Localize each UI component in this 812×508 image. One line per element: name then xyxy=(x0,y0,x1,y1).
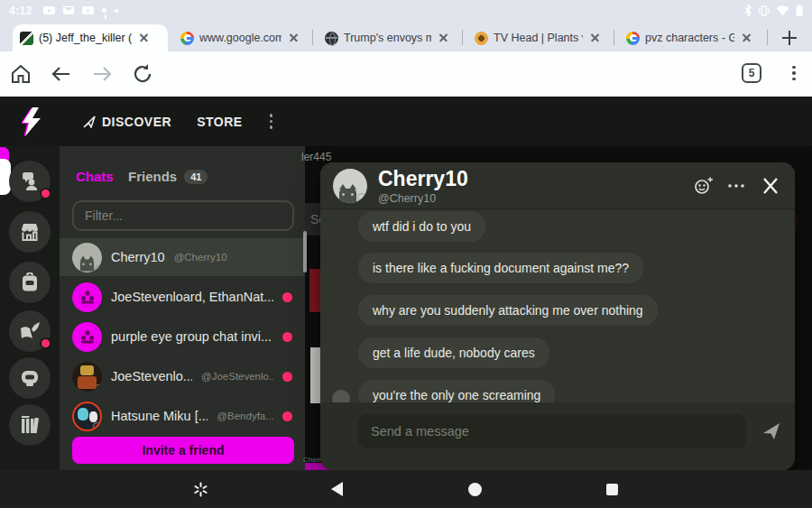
tab-separator xyxy=(462,30,463,45)
miku-avatar xyxy=(72,402,102,431)
tab-title: TV Head | Plants vs xyxy=(494,32,583,44)
chat-message: why are you suddenly attacking me over n… xyxy=(358,295,658,326)
clock: 4:12 xyxy=(9,5,32,17)
robot-icon xyxy=(20,369,40,387)
chrome-tab-strip: (5) Jeff_the_killer ( www.google.com Tru… xyxy=(0,21,812,51)
rail-item-backpack[interactable] xyxy=(9,262,51,303)
storefront-icon xyxy=(20,222,40,242)
tab-google[interactable]: www.google.com xyxy=(173,24,309,51)
tab-title: Trump's envoys me xyxy=(344,32,431,44)
tab-friends[interactable]: Friends 41 xyxy=(128,169,208,184)
wifi-icon xyxy=(776,5,789,16)
gamejolt-logo[interactable] xyxy=(22,107,43,136)
tab-title: (5) Jeff_the_killer ( xyxy=(39,32,132,44)
bluetooth-icon xyxy=(743,5,752,16)
recents-nav-button[interactable] xyxy=(593,470,631,508)
tab-jeff-the-killer[interactable]: (5) Jeff_the_killer ( xyxy=(13,24,168,51)
close-tab-icon[interactable] xyxy=(588,31,603,45)
chat-message: is there like a fucking document against… xyxy=(358,253,643,283)
chat-row-group-1[interactable]: JoeStevenloard, EthanNat... xyxy=(60,278,305,316)
tab-switcher-button[interactable]: 5 xyxy=(742,63,761,83)
chat-row-cherry10[interactable]: Cherry10 @Cherry10 xyxy=(60,238,305,276)
rail-item-bot[interactable] xyxy=(9,357,51,399)
library-icon xyxy=(21,416,39,434)
roblox-avatar xyxy=(72,362,102,392)
gmail-notification-icon xyxy=(63,6,74,14)
discover-icon xyxy=(83,115,96,128)
send-icon[interactable] xyxy=(762,422,780,440)
forward-button[interactable] xyxy=(90,62,114,86)
unread-dot xyxy=(282,372,292,382)
more-options-icon[interactable] xyxy=(726,177,746,195)
back-nav-button[interactable] xyxy=(318,470,355,508)
chat-row-group-2[interactable]: purple eye group chat invi... xyxy=(60,318,305,356)
home-button[interactable] xyxy=(9,62,32,86)
plant-favicon xyxy=(475,32,488,45)
close-tab-icon[interactable] xyxy=(437,31,451,45)
unread-dot xyxy=(282,292,292,302)
group-avatar xyxy=(72,282,102,312)
youtube-notification-icon xyxy=(82,6,94,14)
tab-title: www.google.com xyxy=(199,32,281,44)
gamejolt-header: DISCOVER STORE 4 Get App xyxy=(0,97,812,146)
vibrate-icon xyxy=(759,5,770,16)
background-profile-text: ler445 xyxy=(301,151,331,163)
nav-discover[interactable]: DISCOVER xyxy=(83,115,171,129)
back-triangle-icon xyxy=(331,482,343,496)
home-nav-button[interactable] xyxy=(456,470,494,508)
rail-chats-notification-dot xyxy=(40,188,51,199)
unread-dot xyxy=(282,332,292,342)
rail-item-shop[interactable] xyxy=(9,211,51,253)
reload-button[interactable] xyxy=(131,62,154,86)
friends-count-badge: 41 xyxy=(184,170,208,184)
key-notification-icon xyxy=(102,8,106,13)
chat-partner-name[interactable]: Cherry10 xyxy=(378,167,468,191)
add-member-icon[interactable] xyxy=(694,177,714,195)
gamejolt-favicon xyxy=(20,32,33,45)
close-tab-icon[interactable] xyxy=(287,31,301,45)
chat-window-header: Cherry10 @Cherry10 xyxy=(320,162,795,209)
chat-message: wtf did i do to you xyxy=(358,211,485,242)
close-icon[interactable] xyxy=(761,177,780,195)
browser-menu-button[interactable] xyxy=(787,63,801,83)
rail-quests-notification-dot xyxy=(40,337,51,349)
nav-store[interactable]: STORE xyxy=(197,115,242,129)
chat-row-hatsune-miku[interactable]: Hatsune Miku [... @Bendyfa... xyxy=(60,397,305,435)
tab-separator xyxy=(614,30,614,45)
group-avatar xyxy=(72,322,102,352)
back-button[interactable] xyxy=(50,62,73,86)
more-nav-icon[interactable] xyxy=(270,114,273,129)
google-favicon xyxy=(180,32,194,45)
invite-friend-button[interactable]: Invite a friend xyxy=(72,437,294,464)
cat-avatar xyxy=(72,243,102,272)
tab-trumps-envoys[interactable]: Trump's envoys me xyxy=(318,24,458,51)
chat-user-icon xyxy=(20,171,40,191)
tab-separator xyxy=(312,30,313,45)
rail-item-library[interactable] xyxy=(9,404,51,446)
chat-partner-avatar[interactable] xyxy=(333,169,367,203)
backpack-icon xyxy=(21,272,39,292)
chat-message: get a life dude, nobody cares xyxy=(358,337,549,368)
tab-title: pvz characters - Go xyxy=(645,32,734,44)
close-tab-icon[interactable] xyxy=(137,31,152,45)
background-scrollbar[interactable] xyxy=(303,231,307,272)
tab-pvz-characters[interactable]: pvz characters - Go xyxy=(619,24,761,51)
battery-icon xyxy=(796,5,803,16)
youtube-notification-icon xyxy=(43,6,55,14)
tab-chats[interactable]: Chats xyxy=(76,169,114,184)
accessibility-button[interactable] xyxy=(181,470,219,508)
tab-separator xyxy=(767,30,768,45)
recents-square-icon xyxy=(606,484,618,495)
tab-tv-head[interactable]: TV Head | Plants vs xyxy=(467,24,610,51)
chat-input-bar xyxy=(320,402,795,470)
filter-input[interactable] xyxy=(72,200,294,231)
message-input[interactable] xyxy=(358,414,746,448)
globe-favicon xyxy=(325,32,338,45)
status-bar: 4:12 xyxy=(0,0,812,21)
quests-icon xyxy=(19,321,41,341)
close-tab-icon[interactable] xyxy=(740,31,754,45)
new-tab-button[interactable] xyxy=(778,26,801,50)
google-favicon xyxy=(626,32,640,45)
chat-row-joestevenlo[interactable]: JoeStevenlo... @JoeStevenlo... xyxy=(60,357,305,395)
chats-panel: Chats Friends 41 Cherry10 @Cherry10 JoeS… xyxy=(60,146,305,470)
